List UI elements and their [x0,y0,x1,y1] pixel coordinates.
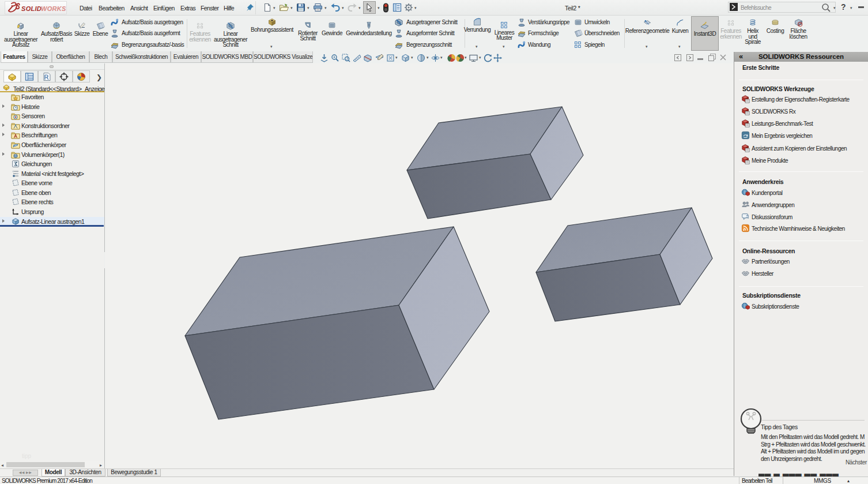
svg-text:SOLID: SOLID [21,5,41,12]
svg-text:WORKS: WORKS [41,5,66,12]
